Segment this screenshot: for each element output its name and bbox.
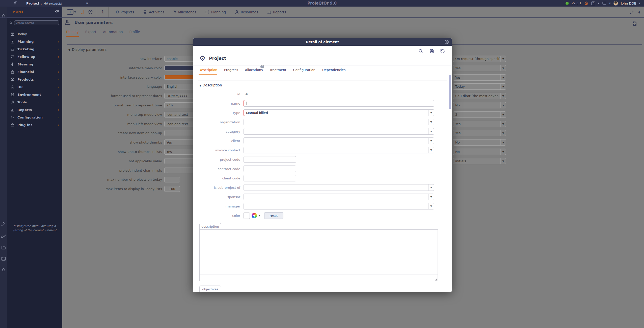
chevron-down-icon[interactable]: ▼ xyxy=(428,184,434,191)
parameter-select[interactable]: CK Editor (the most advan▼ xyxy=(453,93,506,99)
user-avatar[interactable] xyxy=(613,1,618,6)
history-clock-icon[interactable] xyxy=(88,9,93,15)
monitor-icon[interactable] xyxy=(602,1,606,6)
description-section-title[interactable]: ▼Description xyxy=(199,83,222,87)
sub-project-select[interactable]: ▼ xyxy=(244,184,434,191)
sidebar-item-reports[interactable]: Reports› xyxy=(7,106,62,113)
window-restore-icon[interactable] xyxy=(13,1,18,6)
chevron-down-icon[interactable]: ▼ xyxy=(500,130,506,136)
section-title[interactable]: ▼Display parameters xyxy=(68,48,106,52)
parameter-input[interactable]: 100 xyxy=(164,186,180,192)
chevron-down-icon[interactable]: ▼ xyxy=(500,102,506,108)
wrench-icon[interactable] xyxy=(1,221,6,226)
edit-pencil-icon[interactable] xyxy=(630,10,634,14)
sidebar-item-plugins[interactable]: Plug-ins› xyxy=(7,121,62,129)
parameter-select[interactable]: Yes▼ xyxy=(453,130,506,136)
dialog-tab-allocations[interactable]: Allocations0 xyxy=(245,68,263,75)
client-select[interactable]: ▼ xyxy=(244,137,434,144)
dialog-tab-progress[interactable]: Progress xyxy=(224,68,238,75)
user-caret-icon[interactable]: ▼ xyxy=(639,2,640,5)
project-caret-icon[interactable]: ▼ xyxy=(86,2,88,5)
toolbar-nav-resources[interactable]: Resources xyxy=(234,10,258,14)
sidebar-item-ticketing[interactable]: Ticketing› xyxy=(7,45,62,53)
open-items-counter[interactable]: 1 xyxy=(100,10,105,14)
sidebar-item-steering[interactable]: Steering› xyxy=(7,60,62,68)
toolbar-nav-activities[interactable]: Activities xyxy=(143,10,165,14)
chevron-down-icon[interactable]: ▼ xyxy=(500,75,506,80)
close-icon[interactable] xyxy=(444,39,449,44)
description-field-tab[interactable]: description xyxy=(199,223,221,230)
objectives-field-tab[interactable]: objectives xyxy=(199,286,221,292)
monitor-caret-icon[interactable]: ▼ xyxy=(609,2,611,5)
description-textarea[interactable] xyxy=(199,229,438,274)
contract-code-input[interactable] xyxy=(244,166,296,172)
category-select[interactable]: ▼ xyxy=(244,128,434,135)
search-icon[interactable] xyxy=(418,48,424,54)
color-caret-icon[interactable]: ▼ xyxy=(258,214,260,217)
project-code-input[interactable] xyxy=(244,156,296,163)
parameter-select[interactable]: Yes▼ xyxy=(453,121,506,127)
reset-color-button[interactable]: reset xyxy=(264,212,283,219)
dialog-title-bar[interactable]: Detail of element xyxy=(193,38,452,46)
add-item-caret-icon[interactable]: ▼ xyxy=(74,11,76,13)
sidebar-item-configuration[interactable]: Configuration› xyxy=(7,113,62,121)
sidebar-item-tools[interactable]: Tools› xyxy=(7,98,62,106)
parameter-select[interactable]: Today▼ xyxy=(453,83,506,90)
toolbar-nav-planning[interactable]: Planning xyxy=(205,10,226,14)
link-icon[interactable] xyxy=(1,234,6,239)
chevron-down-icon[interactable]: ▼ xyxy=(428,138,434,144)
chevron-down-icon[interactable]: ▼ xyxy=(500,158,506,164)
dialog-scrollbar[interactable] xyxy=(449,75,451,109)
dialog-tab-description[interactable]: Description xyxy=(199,68,217,75)
tab-display[interactable]: Display xyxy=(66,30,79,37)
save-layout-icon[interactable] xyxy=(632,21,637,27)
parameter-select[interactable]: No▼ xyxy=(453,149,506,155)
dialog-tab-treatment[interactable]: Treatment xyxy=(270,68,286,75)
parameter-select[interactable]: Yes▼ xyxy=(453,74,506,81)
color-wheel-icon[interactable] xyxy=(252,213,257,218)
invoice-contact-select[interactable]: ▼ xyxy=(244,147,434,153)
chevron-down-icon[interactable]: ▼ xyxy=(500,121,506,127)
folder-icon[interactable] xyxy=(1,245,6,250)
parameter-select[interactable]: 3▼ xyxy=(453,111,506,118)
sidebar-item-environment[interactable]: Environment› xyxy=(7,91,62,98)
dialog-tab-dependencies[interactable]: Dependencies xyxy=(322,68,346,75)
sidebar-item-financial[interactable]: Financial› xyxy=(7,68,62,76)
description-resize-strip[interactable] xyxy=(199,274,438,281)
toolbar-nav-milestones[interactable]: ⚑Milestones xyxy=(173,10,196,14)
chevron-down-icon[interactable]: ▼ xyxy=(428,194,434,200)
color-swatch-input[interactable] xyxy=(244,213,250,219)
chevron-down-icon[interactable]: ▼ xyxy=(428,128,434,134)
menu-search-input[interactable] xyxy=(14,20,59,25)
parameter-select[interactable]: No▼ xyxy=(453,139,506,146)
parameter-select[interactable]: Yes▼ xyxy=(453,65,506,71)
help-icon[interactable]: ? xyxy=(591,2,595,5)
sidebar-item-today[interactable]: Today xyxy=(7,30,62,38)
sidebar-item-planning[interactable]: Planning› xyxy=(7,38,62,45)
user-name[interactable]: John DOE xyxy=(621,2,636,5)
sidebar-item-followup[interactable]: Follow-up› xyxy=(7,53,62,60)
chevron-down-icon[interactable]: ▼ xyxy=(500,139,506,145)
undo-icon[interactable] xyxy=(440,48,445,54)
chevron-down-icon[interactable]: ▼ xyxy=(428,147,434,153)
sidebar-item-products[interactable]: Products› xyxy=(7,76,62,83)
chevron-down-icon[interactable]: ▼ xyxy=(500,93,506,99)
code-window-icon[interactable] xyxy=(1,256,6,261)
tab-automation[interactable]: Automation xyxy=(103,30,123,37)
name-input[interactable] xyxy=(244,100,434,107)
chevron-down-icon[interactable]: ▼ xyxy=(428,110,434,116)
chevron-down-icon[interactable]: ▼ xyxy=(428,203,434,209)
parameter-input[interactable] xyxy=(164,177,180,182)
chevron-down-icon[interactable]: ▼ xyxy=(500,112,506,118)
toolbar-nav-projects[interactable]: ⚙Projects xyxy=(115,10,134,14)
type-select[interactable]: Manual billed▼ xyxy=(244,109,434,116)
sponsor-select[interactable]: ▼ xyxy=(244,194,434,200)
parameter-select[interactable]: initials▼ xyxy=(453,158,506,164)
dialog-tab-configuration[interactable]: Configuration xyxy=(293,68,315,75)
tab-profile[interactable]: Profile xyxy=(129,30,140,37)
add-item-button[interactable]: + xyxy=(67,9,73,15)
help-caret-icon[interactable]: ▼ xyxy=(598,2,599,5)
chevron-down-icon[interactable]: ▼ xyxy=(500,149,506,155)
client-code-input[interactable] xyxy=(244,175,296,181)
organization-select[interactable]: ▼ xyxy=(244,119,434,125)
